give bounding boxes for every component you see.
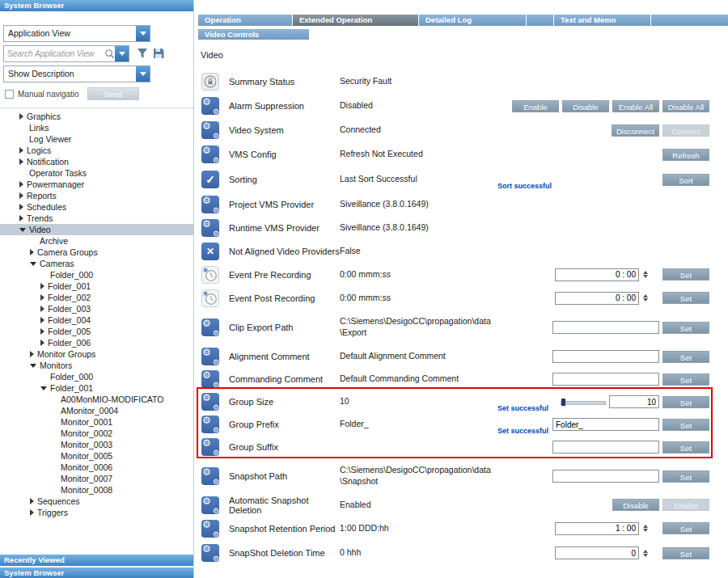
enable-button[interactable]: Enable — [512, 100, 559, 112]
tree-item-monitor-groups[interactable]: Monitor Groups — [0, 348, 193, 360]
tree-item-monitor-0008[interactable]: Monitor_0008 — [0, 484, 193, 496]
tree-item-reports[interactable]: Reports — [0, 190, 193, 201]
tree-item-links[interactable]: Links — [0, 122, 193, 133]
group-size-slider[interactable] — [561, 399, 606, 406]
chevron-right-icon[interactable] — [40, 317, 44, 323]
search-input[interactable] — [4, 49, 104, 58]
tree-item-folder-001[interactable]: Folder_001 — [0, 281, 193, 292]
chevron-right-icon[interactable] — [40, 306, 44, 312]
chevron-right-icon[interactable] — [19, 204, 23, 210]
spinner-icon[interactable] — [643, 550, 648, 557]
group-suffix-input[interactable] — [552, 441, 659, 454]
chevron-right-icon[interactable] — [19, 158, 23, 165]
event-post-recording-input[interactable] — [555, 292, 639, 305]
enable-all-button[interactable]: Enable All — [612, 100, 659, 112]
tab-detailed-log[interactable]: Detailed Log — [419, 15, 527, 26]
chevron-down-icon[interactable] — [136, 26, 150, 41]
tree-item-folder-003[interactable]: Folder_003 — [0, 303, 193, 314]
disable-all-button[interactable]: Disable All — [662, 100, 709, 112]
chevron-right-icon[interactable] — [40, 294, 44, 301]
tab-extended-operation[interactable]: Extended Operation — [293, 15, 419, 26]
chevron-down-icon[interactable] — [40, 386, 47, 390]
set-button[interactable]: Set — [662, 351, 709, 363]
chevron-down-icon[interactable] — [19, 228, 26, 232]
chevron-right-icon[interactable] — [30, 498, 34, 504]
set-button[interactable]: Set — [662, 396, 709, 408]
disable-button[interactable]: Disable — [612, 499, 659, 511]
clip-export-path-input[interactable] — [552, 321, 659, 334]
tree-item-monitor-0002[interactable]: Monitor_0002 — [0, 428, 193, 439]
event-pre-recording-input[interactable] — [555, 268, 639, 281]
application-view-select[interactable]: Application View — [3, 25, 150, 42]
tree-item-sequences[interactable]: Sequences — [0, 496, 193, 507]
commanding-comment-input[interactable] — [552, 373, 659, 386]
chevron-down-icon[interactable] — [30, 364, 36, 368]
disable-button[interactable]: Disable — [562, 100, 609, 112]
chevron-right-icon[interactable] — [40, 283, 44, 289]
tree-item-triggers[interactable]: Triggers — [0, 507, 193, 518]
snapshot-deletion-time-input[interactable] — [555, 546, 639, 559]
set-button[interactable]: Set — [662, 441, 709, 454]
chevron-right-icon[interactable] — [19, 113, 23, 120]
manual-navigation-checkbox[interactable] — [5, 90, 14, 99]
tree-item-folder-004[interactable]: Folder_004 — [0, 314, 193, 326]
tree-item-log-viewer[interactable]: Log Viewer — [0, 133, 193, 145]
set-button[interactable]: Set — [662, 547, 709, 559]
chevron-down-icon[interactable] — [136, 66, 150, 82]
tree-item-folder-001[interactable]: Folder_001 — [0, 382, 193, 394]
chevron-right-icon[interactable] — [30, 351, 34, 357]
tree-item-graphics[interactable]: Graphics — [0, 111, 193, 122]
set-button[interactable]: Set — [662, 470, 709, 483]
snapshot-retention-period-input[interactable] — [555, 522, 639, 535]
tree-item-notification[interactable]: Notification — [0, 156, 193, 167]
tree-item-cameras[interactable]: Cameras — [0, 258, 193, 269]
chevron-right-icon[interactable] — [19, 181, 23, 188]
set-button[interactable]: Set — [662, 322, 709, 334]
tree-item-folder-002[interactable]: Folder_002 — [0, 292, 193, 303]
set-button[interactable]: Set — [662, 419, 709, 431]
tree-item-monitors[interactable]: Monitors — [0, 360, 193, 371]
tree-item-camera-groups[interactable]: Camera Groups — [0, 247, 193, 258]
tree-item-folder-006[interactable]: Folder_006 — [0, 337, 193, 348]
send-button[interactable]: Send — [87, 87, 139, 100]
group-prefix-input[interactable] — [552, 418, 659, 431]
chevron-right-icon[interactable] — [19, 192, 23, 199]
refresh-button[interactable]: Refresh — [662, 149, 709, 161]
disconnect-button[interactable]: Disconnect — [612, 124, 659, 137]
spinner-icon[interactable] — [643, 271, 648, 278]
tree-item-operator-tasks[interactable]: Operator Tasks — [0, 167, 193, 179]
set-button[interactable]: Set — [662, 373, 709, 386]
tree-item-monitor-0001[interactable]: Monitor_0001 — [0, 416, 193, 428]
tree-item-schedules[interactable]: Schedules — [0, 201, 193, 213]
chevron-right-icon[interactable] — [19, 147, 23, 154]
sort-button[interactable]: Sort — [662, 174, 709, 186]
recently-viewed-bar[interactable]: Recently Viewed — [0, 555, 193, 566]
group-size-input[interactable] — [609, 395, 659, 408]
save-icon[interactable] — [152, 47, 165, 60]
tree-item-folder-000[interactable]: Folder_000 — [0, 371, 193, 382]
tree-item-amonitor-0004[interactable]: AMonitor_0004 — [0, 405, 193, 416]
search-dropdown-icon[interactable] — [115, 46, 129, 61]
set-button[interactable]: Set — [662, 268, 709, 281]
tree-item-monitor-0006[interactable]: Monitor_0006 — [0, 462, 193, 473]
tree-item-monitor-0003[interactable]: Monitor_0003 — [0, 439, 193, 450]
snapshot-path-input[interactable] — [552, 470, 659, 483]
spinner-icon[interactable] — [643, 525, 648, 532]
chevron-right-icon[interactable] — [19, 215, 23, 221]
alignment-comment-input[interactable] — [552, 350, 659, 363]
tree-item-trends[interactable]: Trends — [0, 213, 193, 224]
tree-item-archive[interactable]: Archive — [0, 235, 193, 247]
slider-handle[interactable] — [561, 399, 565, 406]
tree-item-monitor-0007[interactable]: Monitor_0007 — [0, 473, 193, 484]
set-button[interactable]: Set — [662, 292, 709, 304]
chevron-right-icon[interactable] — [40, 340, 44, 346]
tree-item-powermanager[interactable]: Powermanager — [0, 179, 193, 190]
tab-video-controls[interactable]: Video Controls — [198, 29, 309, 40]
chevron-right-icon[interactable] — [30, 509, 34, 516]
filter-icon[interactable] — [136, 47, 149, 60]
set-button[interactable]: Set — [662, 522, 709, 534]
system-browser-bar[interactable]: System Browser — [0, 567, 193, 578]
tab-operation[interactable]: Operation — [198, 15, 293, 26]
chevron-down-icon[interactable] — [30, 262, 36, 266]
show-description-select[interactable]: Show Description — [3, 65, 150, 82]
